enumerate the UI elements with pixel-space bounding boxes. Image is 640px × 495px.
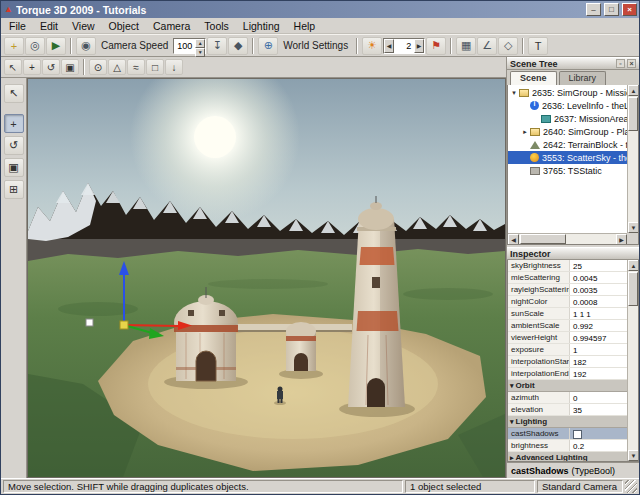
player-camera-icon[interactable]: ◆: [228, 37, 248, 55]
sun-angle-input[interactable]: ◀2▶: [383, 38, 425, 54]
drop-camera-icon[interactable]: ↧: [207, 37, 227, 55]
expander-icon[interactable]: ▸: [521, 128, 529, 136]
property-value[interactable]: 0.2: [570, 440, 627, 451]
scroll-thumb[interactable]: [628, 272, 638, 306]
property-value[interactable]: 0.0045: [570, 272, 627, 283]
section-collapse-icon[interactable]: ▾: [510, 418, 514, 426]
camera-icon[interactable]: ◉: [76, 37, 96, 55]
scroll-thumb[interactable]: [520, 234, 566, 244]
property-value[interactable]: 1: [570, 344, 627, 355]
menu-edit[interactable]: Edit: [33, 19, 65, 33]
snap-angle-icon[interactable]: ∠: [477, 37, 497, 55]
minimize-button[interactable]: –: [586, 3, 601, 16]
menu-view[interactable]: View: [65, 19, 102, 33]
scroll-right-icon[interactable]: ▶: [616, 234, 627, 245]
gizmo-center-handle[interactable]: [120, 321, 128, 329]
world-gizmo-icon[interactable]: +: [4, 37, 24, 55]
menu-lighting[interactable]: Lighting: [236, 19, 287, 33]
drop-to-ground-icon[interactable]: ↓: [165, 59, 183, 75]
checkbox[interactable]: [573, 430, 582, 439]
tree-vertical-scrollbar[interactable]: ▲ ▼: [627, 85, 638, 233]
camera-speed-input[interactable]: 100▲▼: [173, 38, 206, 54]
close-button[interactable]: ×: [622, 3, 637, 16]
snap-grid-icon[interactable]: ▦: [456, 37, 476, 55]
inspector-section-lighting[interactable]: ▾Lighting: [508, 416, 627, 428]
property-value[interactable]: 0.0035: [570, 284, 627, 295]
scale-tool-icon[interactable]: ▣: [61, 59, 79, 75]
maximize-button[interactable]: □: [604, 3, 619, 16]
gizmo-x-axis[interactable]: [124, 325, 178, 326]
spin-down-icon[interactable]: ▼: [195, 48, 205, 57]
expander-icon[interactable]: ▾: [510, 89, 518, 97]
property-value[interactable]: 0: [570, 392, 627, 403]
rotate-tool-icon[interactable]: ↺: [42, 59, 60, 75]
property-value[interactable]: 192: [570, 368, 627, 379]
tree-item[interactable]: 2637: MissionArea - theMis: [508, 112, 627, 125]
section-collapse-icon[interactable]: ▸: [510, 454, 514, 462]
flag-icon[interactable]: ⚑: [426, 37, 446, 55]
property-value[interactable]: 0.0008: [570, 296, 627, 307]
tree-item[interactable]: 3553: ScatterSky - theSky: [508, 151, 627, 164]
resize-grip-icon[interactable]: [625, 480, 637, 493]
panel-close-icon[interactable]: ×: [627, 59, 636, 68]
viewport-3d-scene[interactable]: [28, 79, 505, 477]
section-collapse-icon[interactable]: ▾: [510, 382, 514, 390]
snap-object-icon[interactable]: ◇: [498, 37, 518, 55]
orbit-camera-icon[interactable]: ◎: [25, 37, 45, 55]
text-tool-icon[interactable]: T: [528, 37, 548, 55]
menu-object[interactable]: Object: [102, 19, 146, 33]
menu-tools[interactable]: Tools: [197, 19, 236, 33]
select-tool-icon[interactable]: ↖: [4, 84, 24, 103]
scroll-down-icon[interactable]: ▼: [628, 222, 639, 233]
tree-item[interactable]: 3765: TSStatic: [508, 164, 627, 177]
scroll-up-icon[interactable]: ▲: [628, 260, 639, 271]
property-value[interactable]: [570, 428, 627, 439]
tab-scene[interactable]: Scene: [510, 71, 557, 85]
property-value[interactable]: 0.992: [570, 320, 627, 331]
tree-horizontal-scrollbar[interactable]: ◀ ▶: [508, 233, 627, 244]
inspector-section-advanced-lighting[interactable]: ▸Advanced Lighting: [508, 452, 627, 461]
inspector-section-orbit[interactable]: ▾Orbit: [508, 380, 627, 392]
menu-help[interactable]: Help: [287, 19, 323, 33]
rotate-tool-icon[interactable]: ↺: [4, 136, 24, 155]
translate-tool-icon[interactable]: +: [23, 59, 41, 75]
select-arrow-icon[interactable]: ↖: [4, 59, 22, 75]
property-value[interactable]: 25: [570, 260, 627, 271]
spin-right-icon[interactable]: ▶: [414, 39, 424, 53]
tree-item[interactable]: 2642: TerrainBlock - theTerrain: [508, 138, 627, 151]
soft-snap-icon[interactable]: ≈: [127, 59, 145, 75]
tree-item[interactable]: ▾2635: SimGroup - MissionGroup: [508, 86, 627, 99]
world-axis-icon[interactable]: ⊙: [89, 59, 107, 75]
spin-left-icon[interactable]: ◀: [384, 39, 394, 53]
menu-camera[interactable]: Camera: [146, 19, 197, 33]
tree-item[interactable]: ▸2640: SimGroup - PlayerDropP: [508, 125, 627, 138]
play-icon[interactable]: ▶: [46, 37, 66, 55]
property-value[interactable]: 35: [570, 404, 627, 415]
panel-pin-icon[interactable]: ▫: [616, 59, 625, 68]
snap-tool-icon[interactable]: ⊞: [4, 180, 24, 199]
scroll-left-icon[interactable]: ◀: [508, 234, 519, 245]
tree-item[interactable]: 2636: LevelInfo - theLevelInfo: [508, 99, 627, 112]
viewport-3d[interactable]: [27, 78, 506, 478]
tab-library[interactable]: Library: [559, 71, 607, 85]
scroll-down-icon[interactable]: ▼: [628, 450, 639, 461]
world-settings-icon[interactable]: ⊕: [258, 37, 278, 55]
scroll-thumb[interactable]: [628, 97, 638, 131]
camera-speed-input-value[interactable]: 100: [174, 41, 195, 51]
property-value[interactable]: 1 1 1: [570, 308, 627, 319]
menu-file[interactable]: File: [2, 19, 33, 33]
bounds-select-icon[interactable]: □: [146, 59, 164, 75]
small-dome-hut[interactable]: [286, 322, 316, 371]
scroll-up-icon[interactable]: ▲: [628, 85, 639, 96]
scale-tool-icon[interactable]: ▣: [4, 158, 24, 177]
property-value[interactable]: 0.994597: [570, 332, 627, 343]
sun-angle-input-value[interactable]: 2: [394, 41, 414, 51]
property-value[interactable]: 182: [570, 356, 627, 367]
local-axis-icon[interactable]: △: [108, 59, 126, 75]
titlebar[interactable]: ▲ Torque 3D 2009 - Tutorials – □ ×: [1, 1, 639, 18]
spin-up-icon[interactable]: ▲: [195, 39, 205, 48]
gizmo-handle-square[interactable]: [86, 319, 93, 326]
move-tool-icon[interactable]: +: [4, 114, 24, 133]
sun-icon[interactable]: ☀: [362, 37, 382, 55]
inspector-vertical-scrollbar[interactable]: ▲ ▼: [627, 260, 638, 461]
